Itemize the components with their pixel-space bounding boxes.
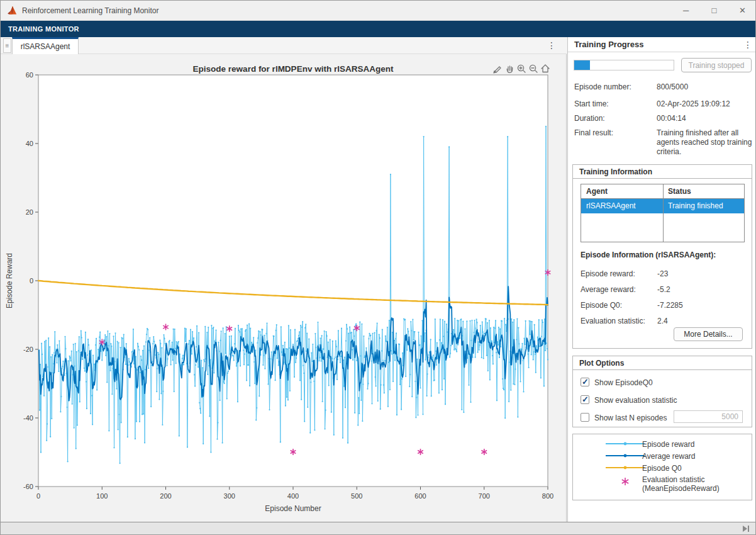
episode-reward-label: Episode reward: (581, 269, 635, 278)
toolstrip: TRAINING MONITOR (1, 21, 756, 37)
svg-text:40: 40 (26, 140, 33, 147)
more-details-button[interactable]: More Details... (674, 327, 743, 341)
plot-options-group: Plot Options Show EpisodeQ0 Show evaluat… (572, 356, 752, 427)
episode-information-title: Episode Information (rlSARSAAgent): (581, 251, 716, 259)
agent-cell: rlSARSAAgent (581, 199, 663, 213)
svg-text:60: 60 (26, 71, 33, 79)
svg-text:700: 700 (479, 492, 490, 500)
legend-panel: Episode reward Average reward Episode Q0… (572, 434, 752, 500)
maximize-button[interactable]: □ (700, 1, 728, 20)
document-grip-icon[interactable]: ≡ (3, 38, 11, 53)
training-stopped-button[interactable]: Training stopped (681, 58, 752, 72)
legend-marker-episode-reward (606, 440, 645, 448)
training-information-header: Training Information (573, 165, 752, 179)
episode-number-value: 800/5000 (657, 82, 688, 91)
toolstrip-tab-training-monitor[interactable]: TRAINING MONITOR (8, 21, 79, 37)
legend-label-evaluation-statistic-line2: (MeanEpisodeReward) (642, 484, 720, 493)
episode-reward-value: -23 (657, 269, 668, 278)
average-reward-value: -5.2 (657, 285, 670, 294)
checkbox-show-evaluation-statistic[interactable] (581, 395, 589, 404)
title-bar: Reinforcement Learning Training Monitor … (1, 1, 756, 21)
plot-options-header: Plot Options (573, 356, 752, 370)
y-axis-label: Episode Reward (5, 253, 14, 308)
training-progress-panel: Training Progress ⋮ Training stopped Epi… (567, 37, 756, 522)
close-button[interactable]: ✕ (728, 1, 756, 20)
start-time-label: Start time: (574, 99, 609, 108)
window-controls: ─ □ ✕ (672, 1, 756, 20)
legend-label-average-reward: Average reward (642, 452, 696, 461)
legend-marker-average-reward (606, 452, 645, 459)
axes-toolbar (492, 63, 550, 74)
svg-text:20: 20 (26, 208, 33, 216)
svg-text:200: 200 (160, 492, 171, 500)
legend-label-episode-q0: Episode Q0 (642, 464, 682, 473)
checkbox-show-last-n-episodes[interactable] (581, 413, 589, 422)
progress-bar (574, 60, 674, 70)
progress-fill (574, 60, 590, 70)
document-bar: ≡ rlSARSAAgent ⋮ (1, 37, 567, 54)
zoom-in-icon[interactable] (516, 63, 526, 74)
show-episodeq0-label: Show EpisodeQ0 (594, 378, 653, 387)
status-cell: Training finished (663, 199, 723, 213)
svg-text:0: 0 (36, 492, 40, 500)
chart-title: Episode reward for rlMDPEnv with rlSARSA… (193, 64, 394, 74)
svg-text:500: 500 (351, 492, 362, 500)
tab-label: rlSARSAAgent (21, 42, 70, 51)
x-axis-label: Episode Number (265, 504, 321, 513)
duration-value: 00:04:14 (657, 114, 686, 123)
plot-options-title: Plot Options (579, 359, 624, 368)
evaluation-statistic-label: Evaluation statistic: (581, 317, 645, 325)
column-divider (663, 184, 664, 242)
episode-q0-value: -7.2285 (657, 301, 683, 310)
restore-view-icon[interactable] (540, 63, 550, 74)
show-last-n-episodes-label: Show last N episodes (594, 414, 667, 422)
svg-text:600: 600 (414, 492, 426, 500)
evaluation-statistic-value: 2.4 (657, 317, 668, 325)
svg-text:-60: -60 (23, 483, 33, 490)
minimize-button[interactable]: ─ (672, 1, 700, 20)
expand-panel-icon[interactable] (742, 524, 750, 533)
document-bar-menu-button[interactable]: ⋮ (547, 38, 557, 52)
duration-label: Duration: (574, 114, 605, 123)
svg-text:300: 300 (224, 492, 235, 500)
edit-plot-icon[interactable] (492, 63, 503, 74)
n-episodes-input[interactable] (674, 410, 743, 423)
pan-icon[interactable] (504, 63, 514, 74)
panel-menu-button[interactable]: ⋮ (743, 38, 753, 52)
checkbox-show-episodeq0[interactable] (581, 378, 589, 386)
matlab-logo-icon (7, 5, 18, 16)
legend-label-episode-reward: Episode reward (642, 440, 694, 449)
training-information-title: Training Information (579, 167, 652, 176)
status-bar (1, 522, 756, 535)
show-evaluation-statistic-label: Show evaluation statistic (594, 396, 677, 405)
chart[interactable]: Episode reward for rlMDPEnv with rlSARSA… (1, 54, 566, 522)
svg-text:-40: -40 (23, 414, 33, 422)
average-reward-label: Average reward: (581, 285, 636, 294)
column-status: Status (663, 184, 691, 199)
svg-text:100: 100 (96, 492, 108, 500)
svg-text:800: 800 (542, 492, 553, 500)
episode-number-label: Episode number: (574, 82, 631, 91)
panel-header: Training Progress ⋮ (568, 37, 756, 52)
episode-q0-label: Episode Q0: (581, 301, 622, 310)
figure-panel: Episode reward for rlMDPEnv with rlSARSA… (1, 54, 567, 522)
training-information-group: Training Information Agent Status rlSARS… (572, 164, 752, 349)
zoom-out-icon[interactable] (528, 63, 538, 74)
tab-rlsarsaagent[interactable]: rlSARSAAgent (12, 37, 79, 54)
svg-text:0: 0 (30, 277, 33, 284)
final-result-label: Final result: (574, 128, 613, 137)
svg-text:400: 400 (287, 492, 299, 500)
column-agent: Agent (581, 184, 608, 199)
final-result-value: Training finished after all agents reach… (657, 128, 752, 157)
start-time-value: 02-Apr-2025 19:09:12 (657, 99, 730, 108)
legend-marker-evaluation-statistic (621, 477, 630, 486)
svg-text:-20: -20 (23, 346, 33, 353)
legend-marker-episode-q0 (606, 464, 645, 471)
agents-table[interactable]: Agent Status rlSARSAAgent Training finis… (581, 184, 745, 242)
panel-title: Training Progress (574, 40, 644, 49)
app-window: Reinforcement Learning Training Monitor … (0, 0, 756, 535)
legend-label-evaluation-statistic-line1: Evaluation statistic (642, 475, 704, 484)
window-title: Reinforcement Learning Training Monitor (22, 6, 158, 15)
